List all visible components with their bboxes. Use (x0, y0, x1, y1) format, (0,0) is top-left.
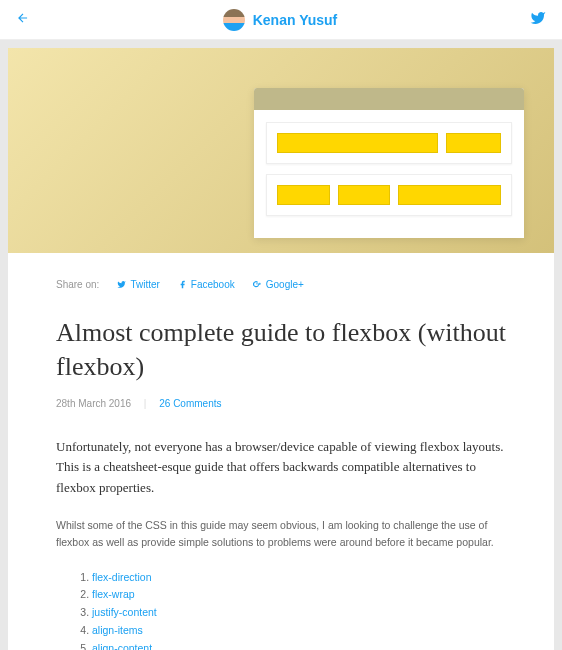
toc-link-flex-wrap[interactable]: flex-wrap (92, 588, 135, 600)
share-facebook-label: Facebook (191, 279, 235, 290)
share-google[interactable]: Google+ (253, 279, 304, 290)
article-intro: Unfortunately, not everyone has a browse… (56, 437, 506, 499)
share-facebook[interactable]: Facebook (178, 279, 235, 290)
toc-link-flex-direction[interactable]: flex-direction (92, 571, 152, 583)
hero-image (8, 48, 554, 253)
share-twitter-label: Twitter (130, 279, 159, 290)
toc-item: justify-content (92, 604, 506, 622)
article-meta: 28th March 2016 | 26 Comments (56, 398, 506, 409)
share-label: Share on: (56, 279, 99, 290)
twitter-icon (117, 280, 126, 289)
site-brand[interactable]: Kenan Yusuf (223, 9, 338, 31)
article-content: Share on: Twitter Facebook Google+ Almos… (8, 253, 554, 650)
toc-item: flex-wrap (92, 586, 506, 604)
site-name: Kenan Yusuf (253, 12, 338, 28)
hero-window-graphic (254, 88, 524, 238)
share-twitter[interactable]: Twitter (117, 279, 159, 290)
toc-item: align-content (92, 640, 506, 650)
back-button[interactable] (16, 11, 30, 29)
article-body: Whilst some of the CSS in this guide may… (56, 517, 506, 551)
toc-link-align-content[interactable]: align-content (92, 642, 152, 650)
toc-link-justify-content[interactable]: justify-content (92, 606, 157, 618)
page-wrap: Share on: Twitter Facebook Google+ Almos… (0, 40, 562, 650)
toc-list: flex-direction flex-wrap justify-content… (92, 569, 506, 650)
topbar: Kenan Yusuf (0, 0, 562, 40)
avatar (223, 9, 245, 31)
toc-link-align-items[interactable]: align-items (92, 624, 143, 636)
share-row: Share on: Twitter Facebook Google+ (56, 273, 506, 316)
toc-item: flex-direction (92, 569, 506, 587)
toc-item: align-items (92, 622, 506, 640)
article-title: Almost complete guide to flexbox (withou… (56, 316, 506, 384)
google-plus-icon (253, 280, 262, 289)
article-date: 28th March 2016 (56, 398, 131, 409)
share-google-label: Google+ (266, 279, 304, 290)
facebook-icon (178, 280, 187, 289)
twitter-link[interactable] (530, 10, 546, 30)
meta-separator: | (144, 398, 147, 409)
comments-link[interactable]: 26 Comments (159, 398, 221, 409)
